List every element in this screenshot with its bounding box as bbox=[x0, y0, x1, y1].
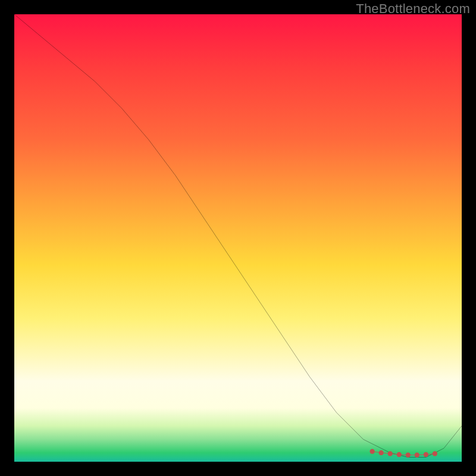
chart-svg bbox=[14, 14, 462, 462]
curve-line bbox=[14, 14, 462, 457]
chart-frame: TheBottleneck.com bbox=[0, 0, 476, 476]
plot-area bbox=[14, 14, 462, 462]
